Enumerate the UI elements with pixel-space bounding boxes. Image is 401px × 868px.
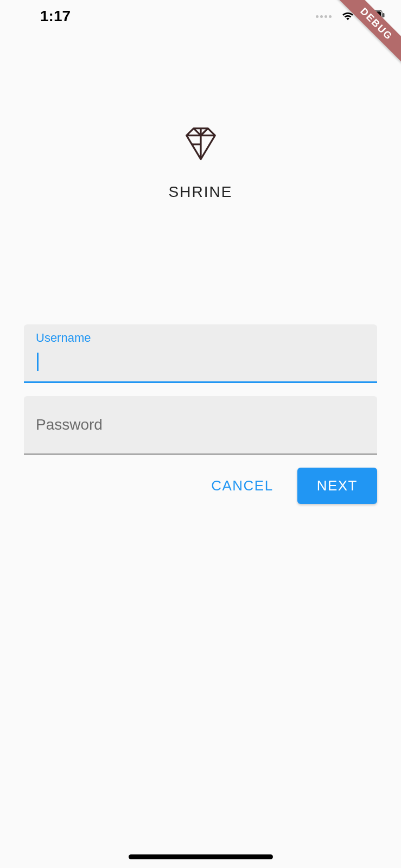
next-button[interactable]: NEXT bbox=[297, 468, 377, 504]
diamond-icon bbox=[182, 125, 220, 165]
home-indicator bbox=[129, 854, 273, 859]
password-field-container[interactable]: Password bbox=[24, 396, 377, 455]
password-placeholder: Password bbox=[36, 416, 103, 433]
button-row: CANCEL NEXT bbox=[24, 468, 377, 504]
cellular-dots-icon bbox=[316, 15, 332, 18]
text-caret bbox=[37, 353, 39, 371]
svg-rect-2 bbox=[383, 13, 385, 17]
username-input[interactable] bbox=[36, 348, 365, 366]
username-field-container[interactable]: Username bbox=[24, 324, 377, 383]
cancel-button[interactable]: CANCEL bbox=[195, 468, 289, 504]
status-time: 1:17 bbox=[15, 8, 71, 25]
app-title: SHRINE bbox=[169, 183, 233, 201]
status-bar: 1:17 bbox=[0, 0, 401, 33]
username-label: Username bbox=[36, 331, 365, 345]
logo-section: SHRINE bbox=[0, 125, 401, 201]
login-form: Username Password CANCEL NEXT bbox=[0, 324, 401, 504]
